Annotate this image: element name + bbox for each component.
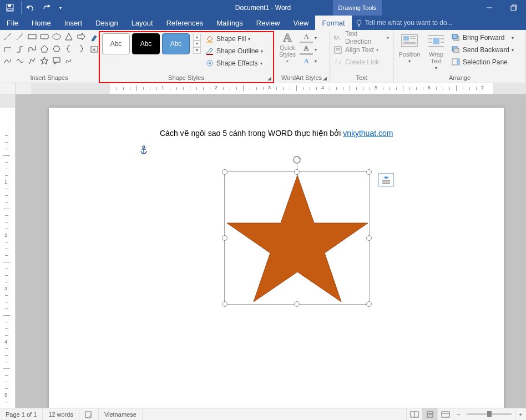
doc-hyperlink[interactable]: vnkythuat.com: [343, 129, 393, 138]
shape-lbrace-icon[interactable]: [64, 44, 73, 53]
send-backward-button[interactable]: Send Backward▾: [452, 44, 514, 55]
style-preset-2[interactable]: Abc: [132, 33, 160, 54]
position-button[interactable]: Position ▾: [396, 31, 423, 64]
tab-file[interactable]: File: [0, 16, 25, 30]
horizontal-ruler[interactable]: 1234567: [31, 83, 526, 94]
shape-pentagon-icon[interactable]: [40, 44, 49, 53]
redo-button[interactable]: [39, 1, 54, 14]
shape-callout-icon[interactable]: [52, 57, 61, 65]
view-web-layout[interactable]: [437, 408, 453, 421]
shape-outline-button[interactable]: Shape Outline▾: [205, 45, 263, 57]
quick-styles-button[interactable]: A Quick Styles ▾: [276, 31, 299, 64]
ruler-tick: 7: [481, 85, 484, 90]
minimize-button[interactable]: [477, 0, 502, 16]
shape-hexagon-icon[interactable]: [52, 44, 61, 53]
wrap-text-button[interactable]: Wrap Text ▾: [423, 31, 449, 70]
ribbon: A Insert Shapes Abc Abc Abc ▴▾▾ Shape Fi…: [0, 30, 526, 83]
qat-customize-button[interactable]: ▾: [57, 1, 64, 14]
tab-view[interactable]: View: [286, 16, 315, 30]
shape-rbrace-icon[interactable]: [77, 44, 85, 53]
selection-pane-button[interactable]: Selection Pane: [452, 57, 514, 68]
svg-rect-41: [454, 48, 459, 53]
shape-style-gallery[interactable]: Abc Abc Abc ▴▾▾: [101, 31, 202, 57]
rotate-handle[interactable]: [292, 155, 301, 164]
zoom-out-button[interactable]: −: [453, 408, 464, 421]
style-preset-3[interactable]: Abc: [162, 33, 190, 54]
tab-design[interactable]: Design: [89, 16, 124, 30]
group-label: Insert Shapes: [2, 73, 96, 83]
shape-curve-icon[interactable]: [3, 57, 12, 65]
document-workspace[interactable]: Cách vẽ ngôi sao 5 cánh trong WORD thực …: [16, 94, 526, 408]
tab-format[interactable]: Format: [315, 16, 351, 30]
quick-access-toolbar: ▾: [0, 1, 67, 14]
shape-elbow-icon[interactable]: [3, 44, 12, 53]
undo-button[interactable]: [21, 1, 37, 14]
document-page[interactable]: Cách vẽ ngôi sao 5 cánh trong WORD thực …: [49, 108, 504, 408]
bring-forward-button[interactable]: Bring Forward▾: [452, 32, 514, 43]
wordart-launcher[interactable]: ◢: [321, 75, 328, 82]
shape-freeform-icon[interactable]: [28, 57, 37, 65]
ruler-tick: 2: [215, 85, 218, 90]
tab-mailings[interactable]: Mailings: [210, 16, 250, 30]
wrap-text-icon: [427, 33, 445, 50]
anchor-icon[interactable]: [140, 145, 148, 154]
shape-selection-box[interactable]: [224, 171, 370, 305]
edit-shape-button[interactable]: [90, 32, 99, 43]
tab-insert[interactable]: Insert: [58, 16, 89, 30]
shape-roundrect-icon[interactable]: [40, 32, 49, 41]
view-print-layout[interactable]: [422, 408, 437, 421]
svg-line-9: [4, 33, 11, 40]
svg-line-10: [17, 34, 22, 40]
tab-references[interactable]: References: [160, 16, 210, 30]
shape-fill-button[interactable]: Shape Fill▾: [205, 33, 263, 44]
shape-rect-icon[interactable]: [28, 32, 37, 41]
zoom-slider[interactable]: [467, 413, 512, 415]
layout-options-icon: [381, 175, 391, 184]
view-read-mode[interactable]: [406, 408, 422, 421]
text-effects-button[interactable]: A▾: [300, 55, 318, 67]
shape-effects-button[interactable]: Shape Effects▾: [205, 58, 263, 69]
tab-review[interactable]: Review: [250, 16, 287, 30]
shape-styles-launcher[interactable]: ◢: [266, 75, 272, 82]
shape-triangle-icon[interactable]: [64, 32, 73, 41]
zoom-slider-thumb[interactable]: [487, 411, 492, 417]
style-preset-1[interactable]: Abc: [102, 33, 130, 54]
shape-line-icon[interactable]: [3, 32, 12, 41]
star-shape[interactable]: [225, 172, 370, 305]
text-direction-button[interactable]: ⅡA Text Direction▾: [334, 32, 389, 43]
restore-button[interactable]: [502, 0, 526, 16]
tab-home[interactable]: Home: [25, 16, 58, 30]
shapes-gallery[interactable]: [2, 31, 89, 69]
shape-poly-icon[interactable]: [28, 44, 37, 53]
shape-ellipse-icon[interactable]: [52, 32, 61, 41]
shape-elbow2-icon[interactable]: [16, 44, 24, 53]
selection-pane-icon: [452, 58, 461, 66]
status-word-count[interactable]: 12 words: [43, 408, 79, 420]
svg-rect-1: [8, 4, 11, 7]
status-proofing[interactable]: [79, 408, 99, 420]
align-text-button[interactable]: Align Text▾: [334, 44, 389, 55]
send-backward-icon: [452, 46, 461, 54]
gallery-more-button[interactable]: ▴▾▾: [193, 34, 201, 54]
text-fill-button[interactable]: A▾: [300, 32, 318, 43]
status-page[interactable]: Page 1 of 1: [0, 408, 43, 420]
shape-starburst-icon[interactable]: [40, 57, 49, 65]
tab-layout[interactable]: Layout: [125, 16, 160, 30]
document-text-line[interactable]: Cách vẽ ngôi sao 5 cánh trong WORD thực …: [160, 129, 393, 138]
ruler-tick: 5: [375, 85, 377, 90]
text-box-button[interactable]: A: [90, 44, 99, 55]
tell-me-search[interactable]: Tell me what you want to do...: [352, 16, 526, 30]
zoom-in-button[interactable]: +: [515, 408, 526, 421]
layout-options-button[interactable]: [378, 173, 394, 186]
shape-scribble-icon[interactable]: [64, 57, 73, 65]
ribbon-tabs: File Home Insert Design Layout Reference…: [0, 16, 526, 30]
shape-arrow-icon[interactable]: [16, 32, 24, 41]
shape-wave-icon[interactable]: [16, 57, 24, 65]
contextual-tab-label: Drawing Tools: [333, 0, 382, 16]
svg-rect-51: [85, 412, 91, 418]
shape-hexarrow-icon[interactable]: [77, 32, 85, 41]
save-button[interactable]: [2, 1, 18, 14]
status-language[interactable]: Vietnamese: [99, 408, 143, 420]
vertical-ruler[interactable]: 123456: [0, 94, 16, 408]
text-outline-button[interactable]: A▾: [300, 44, 318, 55]
